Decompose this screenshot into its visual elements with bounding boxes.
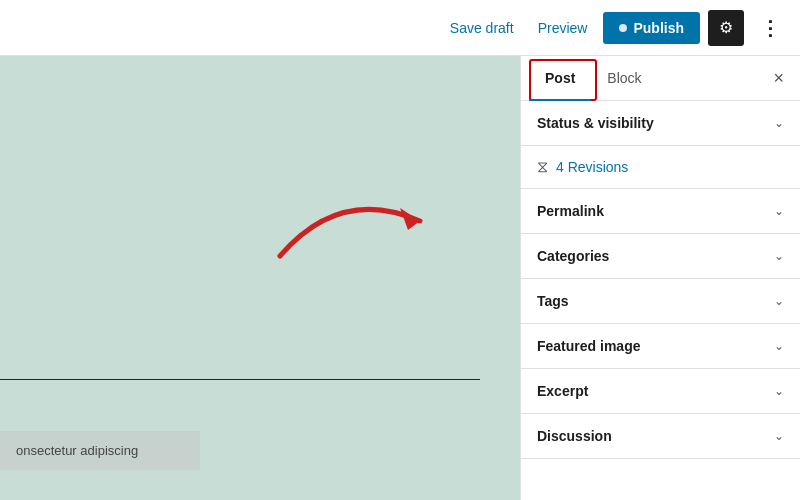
section-discussion-title: Discussion (537, 428, 612, 444)
settings-button[interactable]: ⚙ (708, 10, 744, 46)
section-permalink-title: Permalink (537, 203, 604, 219)
arrow-annotation (260, 166, 460, 286)
chevron-down-icon: ⌄ (774, 249, 784, 263)
section-featured-image-title: Featured image (537, 338, 640, 354)
chevron-down-icon: ⌄ (774, 294, 784, 308)
section-tags-title: Tags (537, 293, 569, 309)
publish-dot-icon (619, 24, 627, 32)
section-status-visibility-header[interactable]: Status & visibility ⌄ (521, 101, 800, 145)
section-permalink: Permalink ⌄ (521, 189, 800, 234)
chevron-down-icon: ⌄ (774, 339, 784, 353)
content-area: onsectetur adipiscing (0, 56, 520, 500)
chevron-down-icon: ⌄ (774, 204, 784, 218)
publish-button[interactable]: Publish (603, 12, 700, 44)
more-options-button[interactable]: ⋮ (752, 10, 788, 46)
ellipsis-icon: ⋮ (760, 16, 780, 40)
main-layout: onsectetur adipiscing Post Block × Statu… (0, 56, 800, 500)
section-excerpt: Excerpt ⌄ (521, 369, 800, 414)
save-draft-button[interactable]: Save draft (442, 14, 522, 42)
chevron-down-icon: ⌄ (774, 116, 784, 130)
chevron-down-icon: ⌄ (774, 429, 784, 443)
section-excerpt-title: Excerpt (537, 383, 588, 399)
section-featured-image: Featured image ⌄ (521, 324, 800, 369)
sidebar: Post Block × Status & visibility ⌄ ⧖ 4 R… (520, 56, 800, 500)
section-discussion: Discussion ⌄ (521, 414, 800, 459)
sidebar-close-button[interactable]: × (765, 60, 792, 97)
section-excerpt-header[interactable]: Excerpt ⌄ (521, 369, 800, 413)
content-divider (0, 379, 480, 380)
gear-icon: ⚙ (719, 18, 733, 37)
revisions-link[interactable]: 4 Revisions (556, 159, 628, 175)
toolbar: Save draft Preview Publish ⚙ ⋮ (0, 0, 800, 56)
section-categories: Categories ⌄ (521, 234, 800, 279)
section-status-visibility-title: Status & visibility (537, 115, 654, 131)
tab-post[interactable]: Post (529, 56, 591, 100)
clock-icon: ⧖ (537, 158, 548, 176)
section-categories-header[interactable]: Categories ⌄ (521, 234, 800, 278)
sidebar-tabs: Post Block × (521, 56, 800, 101)
tab-block[interactable]: Block (591, 56, 657, 100)
preview-button[interactable]: Preview (530, 14, 596, 42)
section-categories-title: Categories (537, 248, 609, 264)
chevron-down-icon: ⌄ (774, 384, 784, 398)
content-text: onsectetur adipiscing (0, 431, 200, 470)
publish-label: Publish (633, 20, 684, 36)
section-status-visibility: Status & visibility ⌄ (521, 101, 800, 146)
section-tags-header[interactable]: Tags ⌄ (521, 279, 800, 323)
content-inner: onsectetur adipiscing (0, 56, 520, 500)
revisions-row: ⧖ 4 Revisions (521, 146, 800, 189)
section-discussion-header[interactable]: Discussion ⌄ (521, 414, 800, 458)
section-permalink-header[interactable]: Permalink ⌄ (521, 189, 800, 233)
section-tags: Tags ⌄ (521, 279, 800, 324)
section-featured-image-header[interactable]: Featured image ⌄ (521, 324, 800, 368)
